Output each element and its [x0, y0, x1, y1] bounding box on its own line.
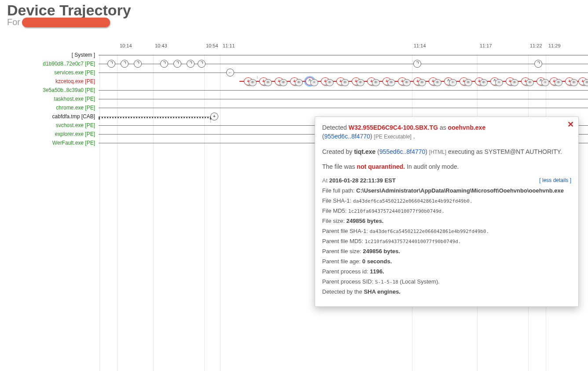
event-node-plus-icon[interactable] — [506, 77, 514, 85]
row-label[interactable]: explorer.exe [PE] — [7, 131, 95, 137]
event-node-plus-icon[interactable] — [352, 77, 360, 85]
kv-detected-by: Detected by the SHA engines. — [322, 288, 571, 295]
event-node-caret-icon[interactable] — [444, 77, 453, 85]
event-eye-icon — [464, 79, 472, 86]
event-node-plus-icon[interactable] — [321, 77, 330, 85]
event-eye-icon — [264, 79, 272, 86]
event-node-clock-icon[interactable] — [107, 60, 115, 68]
event-node-plus-icon[interactable] — [413, 77, 422, 85]
event-eye-icon — [372, 79, 380, 86]
event-node-caret-icon[interactable] — [490, 77, 499, 85]
file-hash-link[interactable]: 955ed6c..8f4770 — [324, 133, 370, 140]
close-icon[interactable]: ✕ — [567, 120, 574, 129]
event-node-plus-icon[interactable] — [259, 77, 268, 85]
event-node-clock-icon[interactable] — [160, 60, 168, 68]
kv-parent-size: Parent file size: 249856 bytes. — [322, 248, 571, 255]
event-node-plus-icon[interactable] — [382, 77, 391, 85]
kv-parent-pid: Parent process id: 1196. — [322, 268, 571, 275]
timeline-row: d1b90d8..72e0c7 [PE] — [7, 60, 588, 69]
event-node-clock-icon[interactable] — [534, 60, 542, 68]
parent-md5-label: Parent file MD5: — [322, 238, 365, 244]
event-details-panel: ✕ Detected W32.955ED6C9C4-100.SBX.TG as … — [315, 116, 579, 307]
threat-name[interactable]: W32.955ED6C9C4-100.SBX.TG — [349, 124, 438, 131]
file-type-chip: [PE Executable] — [374, 134, 412, 140]
time-axis: 10:1410:4310:5411:1111:1411:1711:2211:29 — [7, 43, 588, 51]
page-subtitle: For — [7, 17, 581, 27]
row-label[interactable]: services.exe [PE] — [7, 69, 95, 76]
lane-line — [99, 90, 588, 91]
event-node-plus-icon[interactable] — [244, 77, 253, 85]
parent-age-label: Parent file age: — [322, 258, 362, 265]
row-label[interactable]: d1b90d8..72e0c7 [PE] — [7, 61, 95, 67]
row-label[interactable]: chrome.exe [PE] — [7, 105, 95, 111]
event-node-plus-icon[interactable] — [336, 77, 345, 85]
detection-line: Detected W32.955ED6C9C4-100.SBX.TG as oo… — [322, 123, 571, 141]
event-eye-icon — [403, 79, 411, 86]
event-node-plus-icon[interactable] — [290, 77, 299, 85]
event-node-plus-icon[interactable] — [367, 77, 376, 85]
event-node-caret-icon[interactable] — [305, 77, 314, 85]
time-tick: 11:22 — [530, 43, 542, 48]
timeline-row: services.exe [PE]····↕ — [7, 69, 588, 77]
event-eye-icon — [511, 79, 518, 86]
time-tick: 11:29 — [548, 43, 561, 48]
hash-close: ) — [370, 133, 374, 140]
event-node-plus-icon[interactable] — [565, 77, 574, 85]
event-node-clock-icon[interactable] — [413, 60, 421, 68]
kv-file-md5: File MD5: 1c210fa6943757244010077f90b074… — [322, 207, 571, 214]
detected-filename[interactable]: ooehvnb.exe — [448, 124, 486, 131]
event-node-plus-icon[interactable] — [398, 77, 407, 85]
parent-hash-link[interactable]: 955ed6c..8f4770 — [379, 148, 425, 155]
detected-prefix: Detected — [322, 124, 349, 131]
event-node-clock-icon[interactable] — [173, 60, 181, 68]
row-label[interactable]: svchost.exe [PE] — [7, 122, 95, 128]
page-title: Device Trajectory — [7, 0, 581, 19]
detected-by-label: Detected by the — [322, 288, 364, 295]
event-node-arrow-left-icon[interactable] — [226, 69, 234, 76]
row-label[interactable]: 3e5a50b..8c39a0 [PE] — [7, 87, 95, 93]
kv-file-path: File full path: C:\Users\Administrator\A… — [322, 187, 571, 194]
file-md5-value: 1c210fa6943757244010077f90b0749d. — [348, 208, 445, 214]
event-node-clock-icon[interactable] — [121, 60, 129, 68]
row-label[interactable]: taskhost.exe [PE] — [7, 96, 95, 102]
row-track — [99, 51, 588, 60]
event-eye-icon — [526, 79, 534, 86]
less-details-link[interactable]: [ less details ] — [539, 177, 571, 184]
kv-parent-age: Parent file age: 0 seconds. — [322, 258, 571, 265]
parent-process-name[interactable]: tiqt.exe — [354, 148, 375, 155]
parent-age-value: 0 seconds. — [362, 258, 392, 265]
event-node-plus-icon[interactable] — [521, 77, 530, 85]
row-label[interactable]: [ System ] — [7, 52, 95, 58]
row-label[interactable]: kzcetoq.exe [PE] — [7, 78, 95, 84]
row-track: ····↕ — [99, 69, 588, 77]
event-node-plus-icon[interactable] — [578, 77, 587, 85]
redacted-device-name — [22, 18, 110, 27]
timeline-row: kzcetoq.exe [PE] — [7, 77, 588, 86]
parent-sid-tail: (Local System). — [400, 278, 440, 285]
event-node-plus-icon[interactable] — [459, 77, 468, 85]
created-by-prefix: Created by — [322, 148, 354, 155]
file-path-label: File full path: — [322, 187, 356, 194]
parent-sid-value: S-1-5-18 — [375, 279, 398, 285]
event-node-caret-icon[interactable] — [537, 77, 545, 85]
row-label[interactable]: cabfdfa.tmp [CAB] — [7, 113, 95, 120]
file-sha1-value: da43def6ca54502122e066042861e4b992fd49b0… — [353, 198, 473, 204]
event-eye-icon — [249, 79, 257, 86]
event-node-clock-icon[interactable] — [187, 60, 195, 68]
event-node-plus-icon[interactable] — [550, 77, 559, 85]
quarantine-status: not quarantined. — [357, 163, 405, 170]
timeline-row: 3e5a50b..8c39a0 [PE] — [7, 86, 588, 95]
event-node-clock-icon[interactable] — [134, 60, 142, 68]
time-tick: 10:54 — [206, 43, 218, 48]
kv-file-size: File size: 249856 bytes. — [322, 218, 571, 224]
event-node-clock-icon[interactable] — [198, 60, 206, 68]
event-eye-icon — [449, 79, 457, 86]
parent-md5-value: 1c210fa6943757244010077f90b0749d. — [365, 239, 461, 244]
event-node-plus-icon[interactable] — [429, 77, 437, 85]
row-label[interactable]: WerFault.exe [PE] — [7, 140, 95, 146]
event-timestamp: 2016-01-28 22:11:39 EST — [329, 177, 396, 184]
event-node-plus-icon[interactable] — [275, 77, 283, 85]
parent-size-value: 249856 bytes. — [363, 248, 401, 255]
event-node-plus-icon[interactable] — [475, 77, 484, 85]
file-size-label: File size: — [322, 218, 346, 224]
